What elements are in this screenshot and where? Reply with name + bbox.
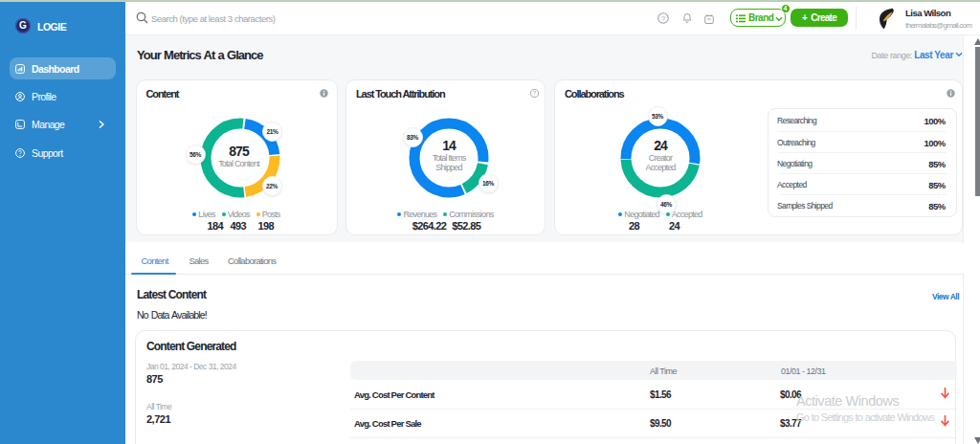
svg-text:?: ? <box>532 90 535 96</box>
svg-text:?: ? <box>660 14 664 23</box>
